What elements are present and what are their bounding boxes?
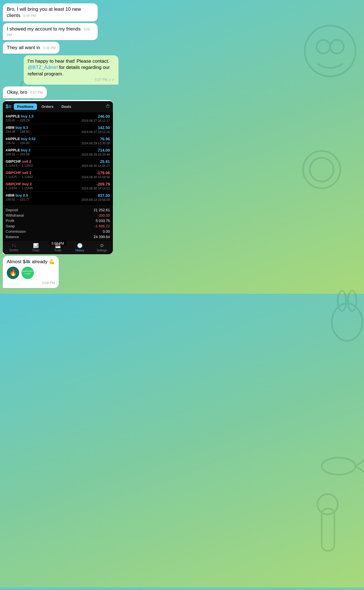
trade-date: 2024.08.27 18:12:26 — [82, 130, 110, 134]
tab-orders[interactable]: Orders — [38, 103, 57, 110]
last-message-content: Almost $4k already 💪 — [7, 259, 55, 264]
trade-symbol: #IBM buy 0.3 — [6, 125, 29, 130]
message-4: I'm happy to hear that! Please contact. … — [24, 55, 119, 84]
trade-row-right: -179.06 2024.08.30 14:09:58 — [82, 171, 110, 179]
trade-row-right: 142.50 2024.08.27 18:12:26 — [82, 125, 110, 134]
summary-label: Profit — [6, 219, 14, 223]
nav-label: History — [75, 249, 84, 252]
card-time: 5:07 PM — [51, 241, 64, 245]
message-4-time: 5:07 PM — [95, 78, 108, 82]
trade-date: 2024.08.27 18:11:17 — [82, 119, 110, 122]
trade-row-left: #APPLE buy 0.52 228.52 → 230.00 — [6, 137, 36, 145]
nav-chart[interactable]: 📊 Chart — [25, 243, 47, 252]
last-message-time: 5:08 PM — [42, 281, 55, 285]
read-checkmark: ✓✓ — [108, 78, 115, 82]
last-message: Almost $4k already 💪 🔥 SUPPORTCHAT 5:08 … — [3, 256, 59, 288]
nav-history[interactable]: 🕐 History — [69, 243, 91, 252]
history-icon: 🕐 — [77, 243, 83, 248]
trade-row-left: #IBM buy 0.5 199.02 → 215.77 — [6, 193, 29, 201]
trade-row-left: GBPCHF sell 2 1.11576 → 1.11652 — [6, 171, 33, 178]
summary-value: -200.00 — [97, 213, 110, 217]
quotes-icon: ↑↓ — [12, 243, 16, 248]
trade-symbol: GBPCHF buy 2 — [6, 182, 33, 186]
btz-admin-link[interactable]: @BTZ_Admin — [28, 65, 58, 70]
message-1-text: Bro, I will bring you at least 10 new cl… — [7, 6, 81, 18]
message-2: I showed my account to my friends 5:05 P… — [3, 23, 98, 40]
message-4-text: I'm happy to hear that! Please contact. … — [28, 58, 115, 77]
message-2-text: I showed my account to my friends — [7, 26, 81, 32]
summary-value: 21 252.61 — [94, 208, 110, 212]
table-row: GBPCHF buy 2 1.11634 → 1.11545 -209.79 2… — [6, 180, 110, 192]
summary-value: 0.00 — [103, 229, 110, 234]
trade-row-left: GBPCHF buy 2 1.11634 → 1.11545 — [6, 182, 33, 190]
summary-deposit: Deposit 21 252.61 — [6, 207, 110, 213]
table-row: #APPLE buy 0.52 228.52 → 230.00 76.96 20… — [6, 135, 110, 147]
trade-row-right: 246.00 2024.08.27 18:11:17 — [82, 114, 110, 122]
trade-prices: 228.52 → 230.00 — [6, 141, 36, 145]
table-row: #IBM buy 0.5 199.02 → 215.77 837.50 2024… — [6, 192, 110, 203]
trade-rows: #APPLE buy 1.5 226.65 → 228.29 246.00 20… — [3, 112, 113, 205]
trade-row-left: #APPLE buy 2 228.52 → 232.09 — [6, 148, 30, 156]
trade-date: 2024.08.29 15:33:48 — [82, 153, 110, 156]
support-sticker-text: SUPPORTCHAT — [22, 270, 33, 275]
trade-symbol: #APPLE buy 0.52 — [6, 137, 36, 141]
summary-withdrawal: Withdrawal -200.00 — [6, 213, 110, 218]
trade-date: 2024.08.29 13:30:00 — [82, 141, 110, 145]
summary-label: Deposit — [6, 208, 18, 212]
trade-symbol: #IBM buy 0.5 — [6, 193, 29, 197]
summary-balance: Balance 24 399.64 — [6, 234, 110, 240]
trade-prices: 226.65 → 228.29 — [6, 119, 34, 122]
chart-icon: 📊 — [33, 243, 39, 248]
nav-label: Settings — [97, 249, 107, 252]
trade-row-right: 714.00 2024.08.29 15:33:48 — [82, 148, 110, 156]
trade-prices: 1.11576 → 1.11652 — [6, 175, 33, 178]
trade-row-right: 76.96 2024.08.29 13:30:00 — [82, 137, 110, 145]
trade-date: 2024.08.30 14:05:27 — [82, 164, 110, 167]
trade-prices: 228.52 → 232.09 — [6, 153, 30, 156]
nav-quotes[interactable]: ↑↓ Quotes — [3, 243, 25, 252]
summary-label: Commission — [6, 229, 26, 234]
trade-row-right: 25.91 2024.08.30 14:05:27 — [82, 159, 110, 167]
trade-date: 2024.09.13 15:56:09 — [82, 198, 110, 201]
table-row: GBPCHF sell 2 1.11613 → 1.11602 25.91 20… — [6, 158, 110, 169]
trade-card-footer: ↑↓ Quotes 📊 Chart 📈 Trade 🕐 History — [3, 241, 113, 254]
table-row: GBPCHF sell 2 1.11576 → 1.11652 -179.06 … — [6, 169, 110, 180]
tab-positions[interactable]: Positions — [14, 103, 37, 110]
trade-row-right: -209.79 2024.08.30 14:14:11 — [82, 182, 110, 190]
summary-profit: Profit 5 033.75 — [6, 218, 110, 223]
message-3-text: They all want in — [7, 45, 40, 50]
message-5: Okay, bro 5:07 PM — [3, 86, 47, 98]
clock-icon: ⏱ — [106, 104, 110, 109]
summary-label: Swap — [6, 224, 15, 228]
trade-prices: 194.08 → 198.83 — [6, 130, 29, 133]
trade-profit: 142.50 — [98, 125, 110, 130]
trade-screenshot-message: $≡ Positions Orders Deals ⏱ #APPLE buy 1… — [3, 100, 113, 254]
last-message-text: Almost $4k already 💪 — [7, 259, 55, 265]
message-1-time: 5:05 PM — [23, 14, 36, 18]
trade-summary: Deposit 21 252.61 Withdrawal -200.00 Pro… — [3, 205, 113, 241]
table-row: #IBM buy 0.3 194.08 → 198.83 142.50 2024… — [6, 124, 110, 135]
trade-profit: -209.79 — [97, 182, 110, 186]
settings-icon: ⚙ — [100, 243, 104, 248]
message-5-text: Okay, bro — [7, 90, 27, 95]
trade-row-left: #APPLE buy 1.5 226.65 → 228.29 — [6, 114, 34, 122]
trade-row-right: 837.50 2024.09.13 15:56:09 — [82, 193, 110, 201]
nav-label: Quotes — [9, 249, 18, 252]
trade-profit: 76.96 — [100, 137, 110, 141]
trade-logo: $≡ — [6, 104, 12, 110]
message-1: Bro, I will bring you at least 10 new cl… — [3, 3, 98, 21]
tab-deals[interactable]: Deals — [58, 103, 75, 110]
message-5-time: 5:07 PM — [30, 91, 43, 95]
trade-prices: 1.11613 → 1.11602 — [6, 164, 33, 167]
trade-date: 2024.08.30 14:14:11 — [82, 187, 110, 190]
trade-profit: -179.06 — [97, 171, 110, 175]
fire-sticker: 🔥 — [7, 267, 19, 279]
trade-symbol: #APPLE buy 1.5 — [6, 114, 34, 118]
trade-profit: 714.00 — [98, 148, 110, 153]
trade-profit: 837.50 — [98, 193, 110, 198]
trade-symbol: GBPCHF sell 2 — [6, 159, 33, 164]
summary-value: -1 686.72 — [95, 224, 110, 228]
nav-settings[interactable]: ⚙ Settings — [91, 243, 113, 252]
summary-swap: Swap -1 686.72 — [6, 223, 110, 229]
trade-card: $≡ Positions Orders Deals ⏱ #APPLE buy 1… — [3, 101, 113, 254]
